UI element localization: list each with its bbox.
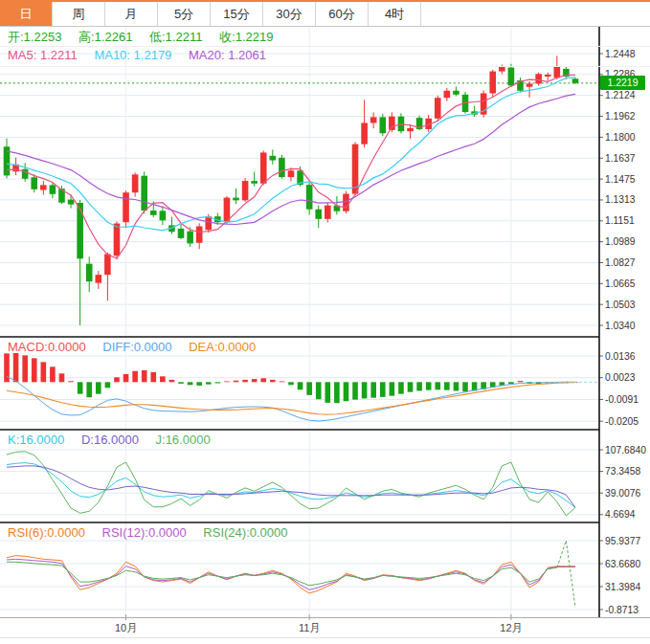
k-value: K:16.0000 — [8, 433, 64, 447]
y-axis-label: 1.2448 — [605, 49, 636, 59]
timeframe-tab-0[interactable]: 日 — [0, 2, 53, 26]
x-axis-label: 11月 — [299, 622, 320, 633]
chart-canvas[interactable]: 1.24481.22861.21241.19621.18001.16371.14… — [0, 0, 650, 644]
macd-bar — [408, 382, 414, 391]
y-axis-label: 73.3458 — [605, 466, 640, 477]
macd-bar — [270, 380, 276, 382]
macd-bar — [13, 353, 19, 382]
y-axis-label: -0.8713 — [605, 605, 639, 615]
candle-body — [160, 211, 167, 220]
timeframe-tab-3[interactable]: 5分 — [158, 2, 211, 26]
candle-body — [499, 66, 505, 71]
candle-body — [86, 264, 93, 281]
macd-bar — [352, 382, 358, 399]
y-axis-label: 1.1962 — [605, 111, 636, 122]
y-axis-label: 1.0503 — [605, 300, 636, 310]
y-axis-label: 1.1313 — [605, 194, 636, 205]
dea-value: DEA:0.0000 — [189, 340, 256, 354]
macd-bar — [298, 382, 303, 389]
candle-body — [444, 91, 451, 98]
j-value: J:16.0000 — [156, 433, 211, 447]
macd-bar — [454, 382, 459, 390]
j-line — [7, 452, 575, 516]
candle-body — [132, 174, 139, 192]
macd-bar — [150, 372, 156, 382]
macd-bar — [142, 370, 147, 382]
macd-bar — [132, 371, 138, 383]
candle-body — [306, 185, 313, 210]
macd-bar — [316, 382, 322, 399]
candle-body — [22, 169, 29, 179]
candle-body — [114, 224, 121, 256]
kline-chart-app: 1.24481.22861.21241.19621.18001.16371.14… — [0, 0, 650, 644]
candle-body — [150, 211, 157, 215]
macd-bar — [380, 382, 386, 397]
candle-body — [270, 156, 277, 161]
rsi6-value: RSI(6):0.0000 — [8, 525, 85, 540]
timeframe-tab-2[interactable]: 月 — [105, 2, 158, 26]
macd-header: MACD:0.0000 DIFF:0.0000 DEA:0.0000 — [8, 340, 269, 354]
timeframe-tab-4[interactable]: 15分 — [211, 2, 263, 26]
candle-body — [77, 203, 83, 258]
y-axis-label: 1.2124 — [605, 90, 636, 100]
rsi6-line — [7, 556, 575, 593]
timeframe-tab-1[interactable]: 周 — [53, 2, 105, 26]
candle-body — [315, 210, 322, 219]
macd-bar — [518, 381, 524, 382]
candle-body — [141, 176, 147, 211]
candle-body — [508, 68, 515, 86]
candle-body — [489, 72, 496, 94]
macd-bar — [86, 382, 92, 397]
candle-body — [379, 117, 386, 133]
candle-body — [40, 185, 47, 189]
timeframe-tab-6[interactable]: 60分 — [316, 2, 369, 26]
y-axis-label: 39.0076 — [605, 488, 640, 499]
y-axis-label: 31.3984 — [605, 582, 640, 592]
macd-bar — [206, 382, 212, 384]
candle-body — [242, 181, 249, 200]
macd-bar — [105, 382, 111, 388]
candle-body — [407, 128, 414, 131]
macd-bar — [68, 381, 74, 382]
y-axis-label: 107.6840 — [605, 445, 646, 455]
candle-body — [325, 206, 331, 219]
candle-body — [545, 75, 551, 77]
macd-bar — [370, 382, 376, 397]
candle-body — [251, 181, 258, 184]
candle-body — [535, 74, 542, 83]
y-axis-label: 0.0023 — [605, 372, 636, 383]
macd-bar — [224, 381, 230, 382]
y-axis-label: -0.0091 — [605, 394, 639, 405]
candle-body — [572, 78, 579, 83]
timeframe-tab-7[interactable]: 4时 — [369, 2, 421, 26]
candle-body — [343, 194, 349, 211]
rsi24-line-end — [557, 541, 575, 608]
y-axis-label: 0.0136 — [605, 351, 636, 362]
candle-body — [554, 66, 561, 78]
macd-bar — [178, 382, 184, 384]
macd-bar — [344, 382, 349, 401]
y-axis-label: 1.0827 — [605, 257, 636, 268]
macd-bar — [22, 355, 28, 382]
candle-body — [123, 192, 129, 222]
candle-body — [233, 198, 239, 201]
rsi-header: RSI(6):0.0000 RSI(12):0.0000 RSI(24):0.0… — [8, 525, 302, 540]
timeframe-tab-5[interactable]: 30分 — [263, 2, 316, 26]
ma5-line — [7, 75, 575, 258]
macd-bar — [288, 382, 294, 385]
macd-bar — [306, 382, 312, 395]
y-axis-label: 95.9377 — [605, 536, 640, 546]
macd-bar — [252, 379, 258, 382]
ma5-value: MA5: 1.2211 — [8, 48, 78, 62]
candle-body — [196, 226, 203, 242]
macd-bar — [334, 382, 340, 403]
close-value: 收:1.2219 — [219, 30, 273, 44]
divider — [0, 66, 650, 67]
ma-row: MA5: 1.2211 MA10: 1.2179 MA20: 1.2061 — [8, 48, 280, 62]
candle-body — [68, 200, 75, 205]
ma10-value: MA10: 1.2179 — [94, 48, 171, 62]
macd-bar — [416, 382, 422, 390]
candle-body — [435, 98, 441, 119]
y-axis-label: -0.0205 — [605, 416, 639, 427]
y-axis-label: 1.1800 — [605, 132, 636, 143]
